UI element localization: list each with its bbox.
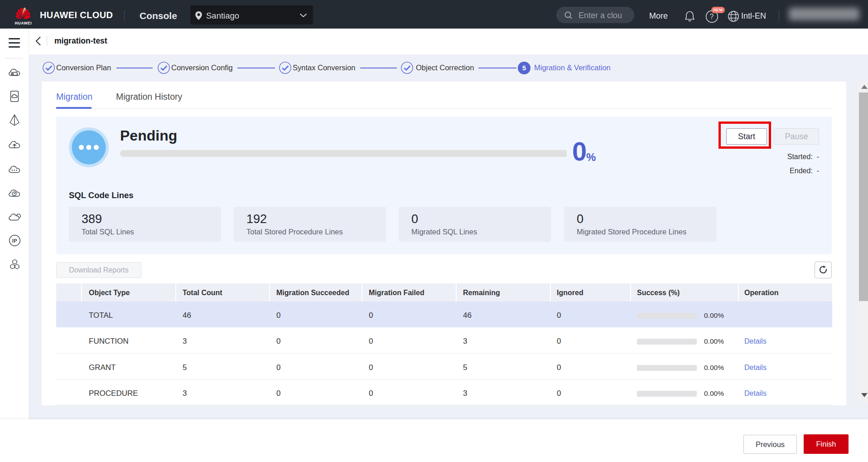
svg-text:?: ? (710, 13, 714, 20)
svg-text:IP: IP (12, 238, 17, 243)
svg-text:HUAWEI: HUAWEI (15, 21, 32, 25)
